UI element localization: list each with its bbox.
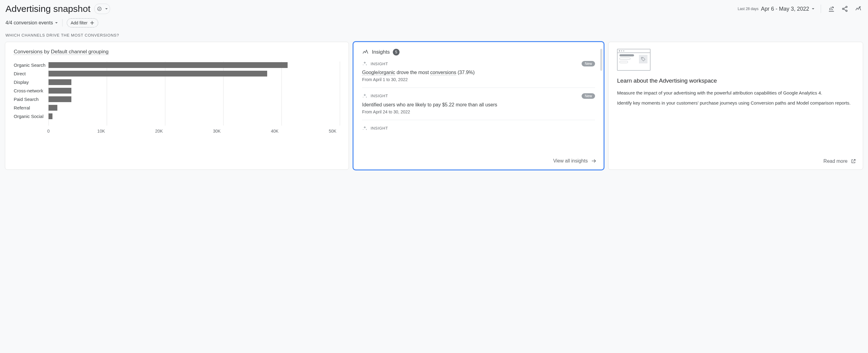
conversion-events-selector[interactable]: 4/4 conversion events (5, 20, 58, 26)
chart-row-label: Referral (14, 105, 49, 110)
divider (821, 5, 821, 13)
learn-illustration (617, 49, 651, 71)
chart-row: Cross-network (49, 88, 340, 94)
metric-label[interactable]: Conversions (14, 49, 43, 55)
insight-title: Google/organic drove the most conversion… (362, 69, 595, 76)
date-range-selector[interactable]: Last 28 days Apr 6 - May 3, 2022 (738, 6, 815, 12)
sparkle-icon (362, 126, 368, 131)
learn-title: Learn about the Advertising workspace (617, 77, 854, 84)
chart-bar[interactable] (49, 62, 288, 68)
check-icon (95, 5, 104, 13)
insight-item[interactable]: INSIGHT (362, 120, 595, 136)
svg-point-4 (642, 58, 643, 59)
plus-icon (90, 21, 94, 25)
read-more-link[interactable]: Read more (824, 159, 856, 164)
chart-bar[interactable] (49, 79, 71, 85)
dimension-label[interactable]: Default channel grouping (51, 49, 108, 55)
edit-chart-icon[interactable] (827, 5, 836, 13)
insight-item[interactable]: INSIGHT New Identified users who are lik… (362, 88, 595, 120)
x-axis-tick: 30K (213, 129, 221, 133)
insight-date: From April 1 to 30, 2022 (362, 77, 595, 82)
insight-kicker-label: INSIGHT (371, 94, 388, 98)
view-all-insights-link[interactable]: View all insights (553, 158, 597, 164)
caret-down-icon (812, 7, 815, 10)
title-status-chip[interactable] (94, 4, 110, 14)
chart-row: Paid Search (49, 96, 340, 102)
chart-row: Direct (49, 71, 340, 76)
learn-paragraph: Identify key moments in your customers' … (617, 100, 854, 107)
chart-bar[interactable] (49, 114, 53, 119)
arrow-right-icon (591, 158, 597, 164)
add-filter-button[interactable]: Add filter (67, 18, 98, 27)
insight-kicker-label: INSIGHT (371, 62, 388, 66)
insight-date: From April 24 to 30, 2022 (362, 109, 595, 114)
chart-bar[interactable] (49, 71, 267, 76)
share-icon[interactable] (841, 5, 849, 13)
tag-icon (639, 55, 648, 63)
learn-card: Learn about the Advertising workspace Me… (608, 42, 863, 170)
caret-down-icon (105, 7, 108, 10)
x-axis-tick: 10K (97, 129, 105, 133)
channel-bar-chart: Organic SearchDirectDisplayCross-network… (14, 60, 340, 133)
x-axis-tick: 0 (47, 129, 50, 133)
add-filter-label: Add filter (71, 21, 88, 25)
x-axis-tick: 50K (329, 129, 336, 133)
insights-card: Insights 5 INSIGHT New Google/organic dr… (353, 42, 604, 170)
conversions-card-title: Conversions by Default channel grouping (14, 49, 340, 55)
chart-bar[interactable] (49, 105, 57, 111)
sparkle-icon (362, 61, 368, 66)
section-question: WHICH CHANNELS DRIVE THE MOST CONVERSION… (2, 33, 866, 42)
chart-row-label: Organic Search (14, 63, 49, 68)
sparkle-icon (362, 93, 368, 99)
x-axis-tick: 20K (155, 129, 163, 133)
new-badge: New (582, 61, 595, 66)
chart-row: Organic Social (49, 114, 340, 119)
chart-row: Display (49, 79, 340, 85)
chart-bar[interactable] (49, 96, 71, 102)
learn-paragraph: Measure the impact of your advertising w… (617, 90, 854, 97)
chart-row: Organic Search (49, 62, 340, 68)
insights-spark-icon (362, 49, 369, 56)
insight-title: Identified users who are likely to pay $… (362, 102, 595, 108)
chart-row-label: Display (14, 79, 49, 85)
insights-spark-icon[interactable] (854, 5, 863, 13)
chart-row-label: Direct (14, 71, 49, 76)
open-in-new-icon (850, 159, 856, 164)
insight-item[interactable]: INSIGHT New Google/organic drove the mos… (362, 56, 595, 88)
chart-row: Referral (49, 105, 340, 111)
caret-down-icon (55, 21, 58, 24)
conversion-events-label: 4/4 conversion events (5, 20, 53, 26)
chart-row-label: Paid Search (14, 97, 49, 102)
scrollbar[interactable] (600, 49, 602, 71)
date-range-label: Last 28 days (738, 7, 758, 11)
chart-bar[interactable] (49, 88, 71, 94)
page-title: Advertising snapshot (5, 4, 91, 14)
insights-title: Insights (372, 49, 390, 55)
chart-row-label: Organic Social (14, 114, 49, 119)
insights-count-badge: 5 (393, 49, 400, 56)
chart-row-label: Cross-network (14, 88, 49, 93)
x-axis-tick: 40K (271, 129, 278, 133)
insight-kicker-label: INSIGHT (371, 126, 388, 130)
new-badge: New (582, 93, 595, 99)
divider (62, 19, 63, 27)
date-range-value: Apr 6 - May 3, 2022 (761, 6, 809, 12)
conversions-card: Conversions by Default channel grouping … (5, 42, 349, 170)
